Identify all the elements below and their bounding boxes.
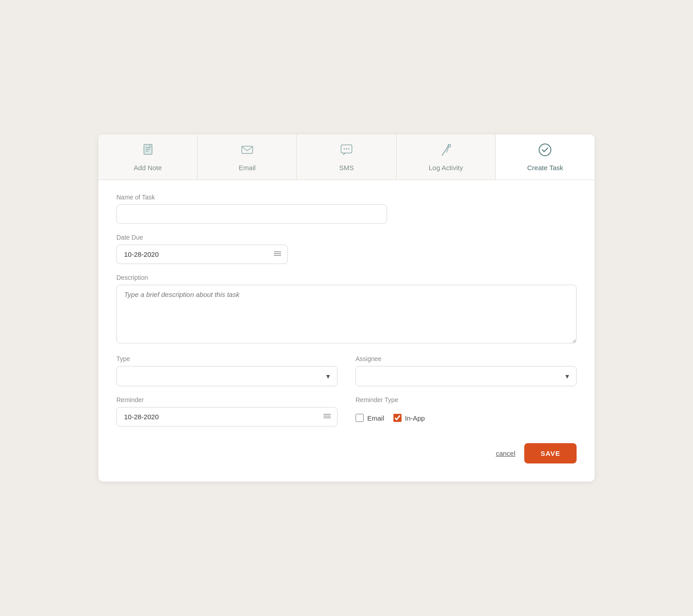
reminder-row: Reminder Reminder Type <box>116 396 577 429</box>
tab-create-task-label: Create Task <box>527 164 564 171</box>
reminder-input[interactable] <box>116 407 337 426</box>
email-checkbox-text: Email <box>367 414 384 422</box>
note-icon <box>141 143 155 160</box>
description-group: Description <box>116 274 577 345</box>
reminder-type-label: Reminder Type <box>356 396 577 403</box>
name-of-task-input[interactable] <box>116 204 387 224</box>
svg-point-15 <box>539 144 551 156</box>
date-due-group: Date Due <box>116 234 577 264</box>
in-app-checkbox[interactable] <box>393 414 402 422</box>
type-col: Type ▼ <box>116 355 337 386</box>
save-button[interactable]: SAVE <box>524 443 577 463</box>
form-body: Name of Task Date Due Description <box>98 180 595 482</box>
in-app-checkbox-label[interactable]: In-App <box>393 414 425 422</box>
reminder-col: Reminder <box>116 396 337 429</box>
description-label: Description <box>116 274 577 281</box>
name-of-task-label: Name of Task <box>116 194 577 201</box>
sms-icon <box>339 143 354 160</box>
svg-point-9 <box>346 148 347 150</box>
tab-log-activity-label: Log Activity <box>429 164 463 171</box>
date-due-label: Date Due <box>116 234 577 241</box>
tab-sms-label: SMS <box>339 164 354 171</box>
assignee-label: Assignee <box>356 355 577 362</box>
tab-add-note[interactable]: Add Note <box>98 134 198 180</box>
in-app-checkbox-text: In-App <box>405 414 425 422</box>
type-assignee-row: Type ▼ Assignee ▼ <box>116 355 577 386</box>
svg-point-10 <box>348 148 350 150</box>
assignee-col: Assignee ▼ <box>356 355 577 386</box>
task-icon <box>538 143 552 160</box>
tab-create-task[interactable]: Create Task <box>496 134 595 180</box>
date-due-wrapper <box>116 245 288 264</box>
date-due-input[interactable] <box>116 245 288 264</box>
reminder-type-col: Reminder Type Email In-App <box>356 396 577 429</box>
tab-email-label: Email <box>239 164 256 171</box>
assignee-select-wrapper: ▼ <box>356 366 577 386</box>
tab-log-activity[interactable]: Log Activity <box>397 134 496 180</box>
type-label: Type <box>116 355 337 362</box>
svg-rect-6 <box>242 146 253 153</box>
svg-point-8 <box>344 148 345 150</box>
email-checkbox-label[interactable]: Email <box>356 414 384 422</box>
cancel-button[interactable]: cancel <box>496 449 515 457</box>
tab-sms[interactable]: SMS <box>297 134 396 180</box>
tab-add-note-label: Add Note <box>134 164 162 171</box>
assignee-select[interactable] <box>356 366 577 386</box>
type-select[interactable] <box>116 366 337 386</box>
reminder-type-options: Email In-App <box>356 407 577 429</box>
form-footer: cancel SAVE <box>116 439 577 468</box>
name-of-task-group: Name of Task <box>116 194 577 224</box>
type-select-wrapper: ▼ <box>116 366 337 386</box>
description-input[interactable] <box>116 285 577 343</box>
email-checkbox[interactable] <box>356 414 364 422</box>
email-icon <box>240 143 254 160</box>
reminder-wrapper <box>116 407 337 426</box>
activity-icon <box>439 143 453 160</box>
tabs-bar: Add Note Email SMS <box>98 134 595 180</box>
reminder-label: Reminder <box>116 396 337 403</box>
tab-email[interactable]: Email <box>198 134 297 180</box>
card: Add Note Email SMS <box>98 134 595 482</box>
